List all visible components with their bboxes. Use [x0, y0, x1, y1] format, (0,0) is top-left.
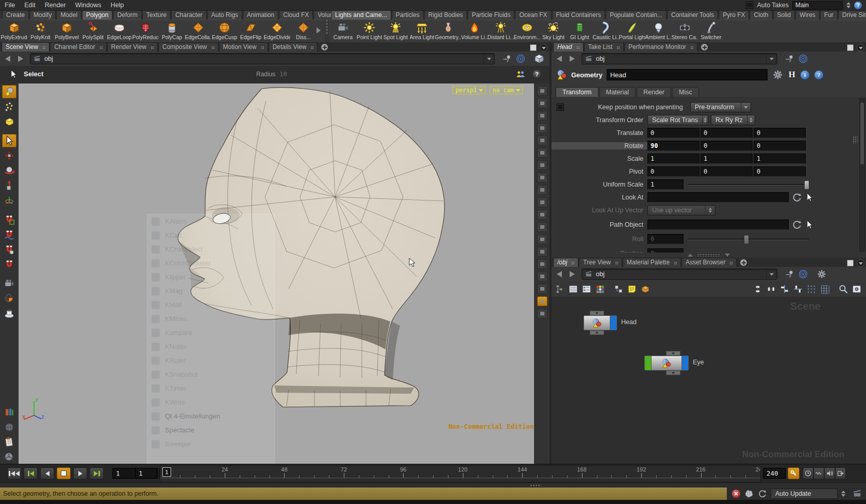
translate-y-field[interactable]: 0 — [701, 128, 753, 138]
display-toggle[interactable] — [537, 210, 547, 220]
node-output-stub[interactable] — [666, 371, 680, 375]
pretransform-dropdown[interactable]: Pre-transform — [690, 102, 751, 112]
op-pick-icon[interactable] — [804, 220, 814, 230]
shelf-tool[interactable]: PolyBevel — [54, 21, 80, 40]
audio-button[interactable] — [824, 467, 835, 479]
op-jump-icon[interactable] — [792, 220, 802, 230]
shelf-tool[interactable]: Spot Light — [382, 21, 409, 40]
memory-brain-icon[interactable] — [744, 489, 754, 499]
error-icon[interactable]: ✕ — [732, 490, 740, 498]
param-tab[interactable]: Material — [599, 87, 636, 97]
pin-icon[interactable] — [502, 54, 512, 64]
shelf-tool[interactable]: EdgeColla... — [185, 21, 211, 40]
pivot-y-field[interactable]: 0 — [701, 166, 753, 177]
scene-viewport[interactable]: KAlarmKCalcKCharSelectKColorChooserKlipp… — [19, 83, 534, 464]
view-cube-icon[interactable] — [533, 53, 545, 65]
path-dropdown-icon[interactable] — [766, 269, 777, 279]
camera-tool[interactable] — [2, 277, 16, 290]
take-selector[interactable]: Main — [792, 1, 843, 10]
gear-icon[interactable] — [772, 69, 784, 80]
shelf-tab[interactable]: Particle Fluids — [468, 10, 514, 20]
display-toggle[interactable] — [537, 222, 547, 232]
uniform-scale-field[interactable]: 1 — [647, 179, 684, 190]
node-output-stub[interactable] — [590, 330, 604, 335]
shelf-tab[interactable]: Deform — [113, 10, 141, 20]
grid-icon[interactable] — [820, 284, 830, 294]
roll-field[interactable]: 0 — [647, 234, 684, 244]
shelf-tab[interactable]: Modify — [29, 10, 56, 20]
dopesheet-button[interactable] — [813, 467, 824, 479]
list-view-icon[interactable] — [568, 284, 578, 294]
network-canvas[interactable]: Scene Non-Commercial Edition Head — [552, 297, 866, 464]
shelf-tab[interactable]: Solid — [773, 10, 795, 20]
shelf-tab[interactable]: Pyro FX — [719, 10, 749, 20]
houdini-logo-icon[interactable]: H — [789, 70, 795, 80]
pane-tab[interactable]: Render View — [107, 42, 158, 52]
play-forward-button[interactable] — [73, 467, 87, 479]
set-keyframe-button[interactable] — [788, 467, 800, 479]
pivot-x-field[interactable]: 0 — [647, 166, 700, 177]
auto-takes-checkbox[interactable] — [746, 2, 753, 9]
pane-tab[interactable]: Details View — [269, 42, 318, 52]
menu-item[interactable]: Windows — [71, 2, 106, 9]
add-pane-tab-icon[interactable] — [740, 259, 747, 266]
pane-tab[interactable]: Tree View — [579, 258, 622, 267]
takes-clipboard-icon[interactable] — [2, 435, 16, 449]
node-head[interactable]: Head — [584, 315, 617, 330]
translate-x-field[interactable]: 0 — [647, 128, 700, 138]
display-flag[interactable] — [681, 356, 688, 370]
shelf-tool[interactable]: Portal Light — [619, 21, 645, 40]
recook-icon[interactable] — [758, 489, 767, 498]
viewport-tool[interactable] — [0, 128, 19, 132]
shelf-tab[interactable]: Model — [56, 10, 81, 20]
forward-icon[interactable] — [15, 54, 26, 63]
menu-item[interactable]: Edit — [20, 2, 40, 9]
menu-item[interactable]: File — [0, 2, 20, 9]
menu-item[interactable]: Help — [106, 2, 128, 9]
template-flag[interactable] — [645, 356, 652, 370]
path-field[interactable]: obj — [581, 268, 777, 280]
select-groups-icon[interactable] — [515, 69, 526, 79]
path-field[interactable]: obj — [581, 53, 777, 64]
scale-y-field[interactable]: 1 — [701, 154, 753, 164]
render-clapper-icon[interactable] — [852, 489, 862, 499]
shelf-tool[interactable]: Geometry... — [435, 21, 461, 40]
tree-view-icon[interactable] — [555, 284, 565, 294]
light-tool[interactable] — [2, 307, 16, 320]
shelf-tab[interactable]: Create — [2, 10, 29, 20]
snap-grid-icon[interactable] — [806, 284, 817, 294]
shelf-scroll-right-icon[interactable] — [317, 27, 321, 33]
current-frame-field[interactable]: 1 — [135, 468, 157, 479]
maximize-pane-icon[interactable] — [530, 44, 537, 51]
display-toggle[interactable] — [537, 234, 547, 244]
take-spinner[interactable] — [846, 2, 851, 8]
shelf-tool[interactable]: PolyCap — [159, 21, 185, 40]
display-flag[interactable] — [610, 316, 617, 330]
node-input-stub[interactable] — [590, 311, 604, 315]
path-field[interactable]: obj — [30, 53, 495, 64]
view-all-icon[interactable] — [852, 284, 862, 294]
persp-view-label[interactable]: persp1 — [453, 86, 486, 94]
pane-tab[interactable]: Motion View — [219, 42, 268, 52]
pane-resize-handle[interactable] — [853, 136, 858, 143]
transform-order-dropdown[interactable]: Scale Rot Trans — [647, 115, 708, 125]
detail-view-icon[interactable] — [581, 284, 592, 294]
pane-tab[interactable]: Head — [553, 42, 584, 52]
shelf-tab[interactable]: Particles — [392, 10, 424, 20]
align-horizontal-icon[interactable] — [793, 284, 803, 294]
shelf-tool[interactable]: GI Light — [567, 21, 593, 40]
network-box-icon[interactable] — [640, 284, 651, 294]
display-toggle[interactable] — [537, 272, 547, 281]
param-tab[interactable]: Transform — [556, 87, 598, 97]
uniform-scale-slider[interactable] — [688, 180, 809, 189]
select-geometry-icon[interactable] — [2, 85, 16, 98]
shelf-tab[interactable]: Container Tools — [667, 10, 718, 20]
shelf-tool[interactable]: Environm... — [514, 21, 540, 40]
rotate-tool[interactable] — [2, 164, 16, 177]
snap-curve-tool[interactable] — [2, 228, 16, 241]
rotate-x-field[interactable]: 90 — [647, 141, 700, 151]
radius-control[interactable]: Radius10 — [256, 71, 287, 78]
shelf-tool[interactable]: Stereo Ca... — [672, 21, 698, 40]
add-pane-tab-icon[interactable] — [701, 44, 708, 51]
select-objects-icon[interactable] — [2, 115, 16, 128]
